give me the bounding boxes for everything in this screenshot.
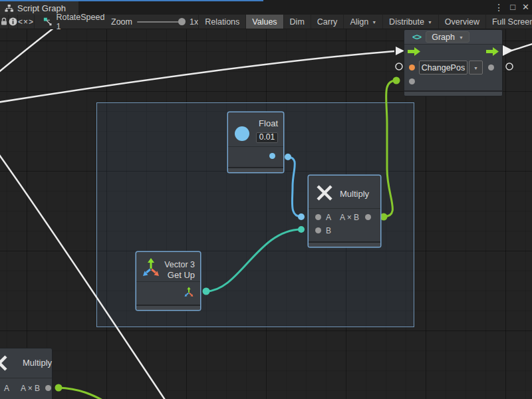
port-target-in[interactable] xyxy=(409,65,415,70)
wire-white-from-subgraph-out[interactable] xyxy=(511,43,532,51)
node-footer xyxy=(228,167,283,172)
chevron-down-icon: ▼ xyxy=(473,65,478,70)
menu-align[interactable]: Align ▼ xyxy=(343,15,382,29)
wire-endpoint-dot xyxy=(55,384,63,392)
graph-reference[interactable]: RotateSpeed 1 xyxy=(35,15,106,29)
toggle-full-screen[interactable]: Full Screen xyxy=(485,15,532,29)
zoom-slider-handle[interactable] xyxy=(178,18,186,25)
info-icon xyxy=(9,17,17,26)
zoom-slider[interactable] xyxy=(137,21,185,23)
toggle-carry[interactable]: Carry xyxy=(311,15,344,29)
float-value-input[interactable]: 0.01 xyxy=(256,132,278,143)
lock-button[interactable] xyxy=(0,15,9,29)
wire-white-to-subgraph-in[interactable] xyxy=(0,51,394,102)
unconnected-port-ring-right xyxy=(506,63,513,70)
info-button[interactable] xyxy=(9,15,18,29)
wire-endpoint-dot xyxy=(393,77,400,84)
wire-arrowhead-out xyxy=(503,45,513,56)
multiply-icon xyxy=(0,354,9,372)
code-view-button[interactable]: <×> xyxy=(18,15,35,29)
graph-canvas[interactable]: <> Graph ▼ ChangePos ▼ xyxy=(0,29,532,399)
flow-out-port[interactable] xyxy=(486,47,499,56)
lock-icon xyxy=(0,17,8,26)
zoom-value: 1x xyxy=(190,17,198,27)
port-a-in[interactable] xyxy=(315,214,321,220)
macro-object-picker[interactable]: ▼ xyxy=(469,61,483,74)
zoom-label: Zoom xyxy=(111,17,132,27)
node-subtitle: Get Up xyxy=(168,271,195,280)
tab-title: Script Graph xyxy=(17,3,66,13)
vector3-axes-icon xyxy=(141,257,161,277)
port-out-label: A × B xyxy=(340,213,359,221)
unconnected-port-ring-left xyxy=(396,63,402,70)
graph-node-icon xyxy=(43,17,52,27)
zoom-control: Zoom 1x xyxy=(106,15,198,29)
toggle-values[interactable]: Values xyxy=(245,15,283,29)
port-out-label: A × B xyxy=(21,384,40,392)
node-multiply[interactable]: Multiply A A × B B xyxy=(308,175,381,247)
wire-green-multiply2-out[interactable] xyxy=(59,388,126,399)
maximize-icon[interactable]: □ xyxy=(510,2,515,13)
port-out[interactable] xyxy=(45,385,51,391)
port-b-in[interactable] xyxy=(315,227,321,233)
node-footer xyxy=(136,305,200,310)
node-vector3-getup[interactable]: Vector 3 Get Up xyxy=(136,251,201,311)
script-graph-window: Script Graph ⋮ □ ✕ <×> xyxy=(0,0,532,399)
node-footer xyxy=(404,90,502,96)
graph-source-dropdown[interactable]: Graph ▼ xyxy=(426,31,469,43)
port-out[interactable] xyxy=(365,214,371,220)
port-b-label: B xyxy=(326,227,331,235)
graph-toolbar: <×> RotateSpeed 1 Zoom 1x Relations Valu… xyxy=(0,15,532,29)
graph-name-label: RotateSpeed 1 xyxy=(56,13,106,31)
chevron-down-icon: ▼ xyxy=(459,35,464,40)
multiply-icon xyxy=(315,184,334,202)
port-value-in[interactable] xyxy=(409,78,415,84)
toggle-dim[interactable]: Dim xyxy=(283,15,311,29)
toggle-relations[interactable]: Relations xyxy=(198,15,245,29)
node-title: Multiply xyxy=(340,190,369,199)
node-multiply-2[interactable]: Multiply A A × B xyxy=(0,348,53,399)
node-float[interactable]: Float 0.01 xyxy=(227,112,284,173)
port-vector3-out[interactable] xyxy=(184,287,194,297)
toolbar-toggles: Relations Values Dim Carry Align ▼ Distr… xyxy=(198,15,532,29)
subgraph-brackets-icon: <> xyxy=(412,32,421,42)
node-title: Vector 3 xyxy=(164,261,195,269)
port-float-out[interactable] xyxy=(269,153,275,159)
port-a-label: A xyxy=(326,213,331,221)
toggle-overview[interactable]: Overview xyxy=(438,15,485,29)
node-footer xyxy=(309,241,380,247)
chevron-down-icon: ▼ xyxy=(372,19,376,25)
macro-object-field[interactable]: ChangePos xyxy=(419,61,467,74)
float-icon xyxy=(235,126,249,141)
node-subgraph-changepos[interactable]: <> Graph ▼ ChangePos ▼ xyxy=(404,29,503,96)
port-a-label: A xyxy=(4,384,9,392)
port-value-out[interactable] xyxy=(488,65,494,70)
chevron-down-icon: ▼ xyxy=(428,19,432,25)
flow-in-port[interactable] xyxy=(408,47,421,56)
wire-white-topleft[interactable] xyxy=(0,29,57,74)
node-title: Float xyxy=(259,119,278,128)
hierarchy-icon xyxy=(5,4,13,13)
window-menu-icon[interactable]: ⋮ xyxy=(494,2,503,13)
close-icon[interactable]: ✕ xyxy=(522,2,529,13)
node-title: Multiply xyxy=(23,358,52,368)
window-controls: ⋮ □ ✕ xyxy=(494,2,529,13)
menu-distribute[interactable]: Distribute ▼ xyxy=(382,15,438,29)
